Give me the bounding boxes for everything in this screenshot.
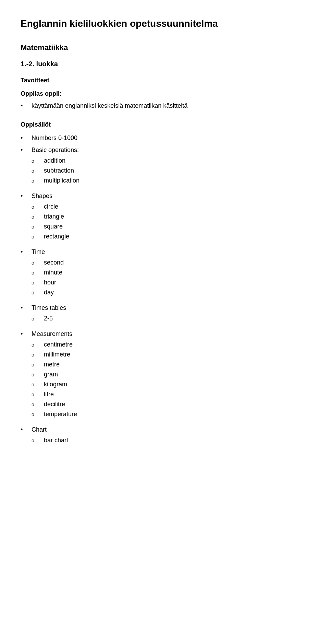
main-item-label: Measurements — [32, 329, 77, 339]
list-item: omillimetre — [32, 350, 77, 359]
sub-item-list: osecondominuteohouroday — [32, 258, 64, 298]
sub-bullet-icon: o — [32, 381, 41, 388]
list-item: •Basic operations:oadditionosubtractiono… — [21, 145, 308, 189]
list-item: osecond — [32, 258, 64, 267]
sub-item-text: bar chart — [44, 436, 68, 445]
list-item: obar chart — [32, 436, 68, 445]
sub-bullet-icon: o — [32, 371, 41, 378]
list-item: ometre — [32, 360, 77, 369]
sub-bullet-icon: o — [32, 269, 41, 277]
sub-item-list: oadditionosubtractionomultiplication — [32, 156, 80, 186]
sub-item-text: millimetre — [44, 350, 70, 359]
main-item-label: Basic operations: — [32, 145, 80, 155]
sub-bullet-icon: o — [32, 233, 41, 241]
list-item: otriangle — [32, 212, 69, 221]
oppisisallot-label: Oppisällöt — [21, 120, 308, 129]
sub-item-text: centimetre — [44, 340, 73, 349]
sub-bullet-icon: o — [32, 157, 41, 165]
list-item: oaddition — [32, 156, 80, 165]
bullet-icon: • — [21, 145, 29, 155]
list-item: • käyttämään englanniksi keskeisiä matem… — [21, 101, 308, 110]
sub-item-text: square — [44, 222, 63, 231]
main-content-list: •Numbers 0-1000•Basic operations:oadditi… — [21, 133, 308, 448]
list-item: •Numbers 0-1000 — [21, 133, 308, 143]
sub-item-text: day — [44, 288, 54, 297]
list-item: odecilitre — [32, 400, 77, 409]
sub-item-text: circle — [44, 202, 58, 211]
sub-item-text: litre — [44, 390, 54, 399]
sub-item-text: subtraction — [44, 166, 74, 175]
page-title: Englannin kieliluokkien opetussuunnitelm… — [21, 16, 308, 31]
sub-bullet-icon: o — [32, 279, 41, 286]
sub-bullet-icon: o — [32, 437, 41, 444]
sub-bullet-icon: o — [32, 401, 41, 408]
list-item: •Shapesocircleotriangleosquareorectangle — [21, 191, 308, 245]
list-item: omultiplication — [32, 176, 80, 185]
bullet-icon: • — [21, 247, 29, 257]
bullet-icon: • — [21, 191, 29, 201]
sub-bullet-icon: o — [32, 213, 41, 221]
math-heading: Matematiikka — [21, 42, 308, 53]
sub-bullet-icon: o — [32, 289, 41, 296]
main-item-label: Chart — [32, 425, 68, 434]
list-item: •Measurementsocentimetreomillimetreometr… — [21, 329, 308, 422]
list-item: ocircle — [32, 202, 69, 211]
list-item: olitre — [32, 390, 77, 399]
sub-item-text: triangle — [44, 212, 64, 221]
sub-item-text: decilitre — [44, 400, 65, 409]
list-item: •Chartobar chart — [21, 425, 308, 448]
main-item-label: Times tables — [32, 303, 66, 313]
sub-bullet-icon: o — [32, 167, 41, 175]
sub-item-text: minute — [44, 268, 62, 277]
bullet-icon: • — [21, 101, 29, 110]
sub-bullet-icon: o — [32, 259, 41, 267]
list-item: ohour — [32, 278, 64, 287]
sub-bullet-icon: o — [32, 391, 41, 398]
list-item: okilogram — [32, 380, 77, 389]
list-item: osquare — [32, 222, 69, 231]
bullet-icon: • — [21, 425, 29, 434]
bullet-icon: • — [21, 133, 29, 143]
sub-item-text: hour — [44, 278, 56, 287]
grade-heading: 1.-2. luokka — [21, 59, 308, 69]
list-item: ogram — [32, 370, 77, 379]
main-item-label: Numbers 0-1000 — [32, 133, 77, 143]
sub-item-text: metre — [44, 360, 60, 369]
bullet-icon: • — [21, 303, 29, 313]
list-item: oday — [32, 288, 64, 297]
sub-bullet-icon: o — [32, 351, 41, 359]
sub-bullet-icon: o — [32, 315, 41, 323]
sub-bullet-icon: o — [32, 223, 41, 231]
tavoitteet-label: Tavoitteet — [21, 76, 308, 85]
main-item-label: Shapes — [32, 191, 69, 201]
list-item: otemperature — [32, 410, 77, 419]
sub-item-text: second — [44, 258, 64, 267]
sub-item-list: o2-5 — [32, 314, 66, 324]
sub-item-text: kilogram — [44, 380, 67, 389]
sub-bullet-icon: o — [32, 177, 41, 185]
sub-bullet-icon: o — [32, 411, 41, 418]
sub-item-list: ocircleotriangleosquareorectangle — [32, 202, 69, 242]
sub-bullet-icon: o — [32, 341, 41, 349]
sub-item-text: rectangle — [44, 232, 69, 241]
list-item: o2-5 — [32, 314, 66, 323]
sub-item-text: temperature — [44, 410, 77, 419]
oppilas-oppii-list: • käyttämään englanniksi keskeisiä matem… — [21, 101, 308, 110]
list-item: orectangle — [32, 232, 69, 241]
oppilas-item-text: käyttämään englanniksi keskeisiä matemat… — [32, 101, 187, 110]
oppilas-oppii-label: Oppilas oppii: — [21, 89, 308, 98]
sub-bullet-icon: o — [32, 203, 41, 211]
bullet-icon: • — [21, 329, 29, 339]
sub-item-text: multiplication — [44, 176, 80, 185]
sub-item-text: gram — [44, 370, 58, 379]
sub-item-text: 2-5 — [44, 314, 53, 323]
list-item: •Times tableso2-5 — [21, 303, 308, 327]
list-item: ocentimetre — [32, 340, 77, 349]
main-item-label: Time — [32, 247, 64, 257]
list-item: osubtraction — [32, 166, 80, 175]
list-item: ominute — [32, 268, 64, 277]
sub-bullet-icon: o — [32, 361, 41, 368]
sub-item-list: ocentimetreomillimetreometreogramokilogr… — [32, 340, 77, 420]
list-item: •Timeosecondominuteohouroday — [21, 247, 308, 301]
sub-item-list: obar chart — [32, 436, 68, 446]
